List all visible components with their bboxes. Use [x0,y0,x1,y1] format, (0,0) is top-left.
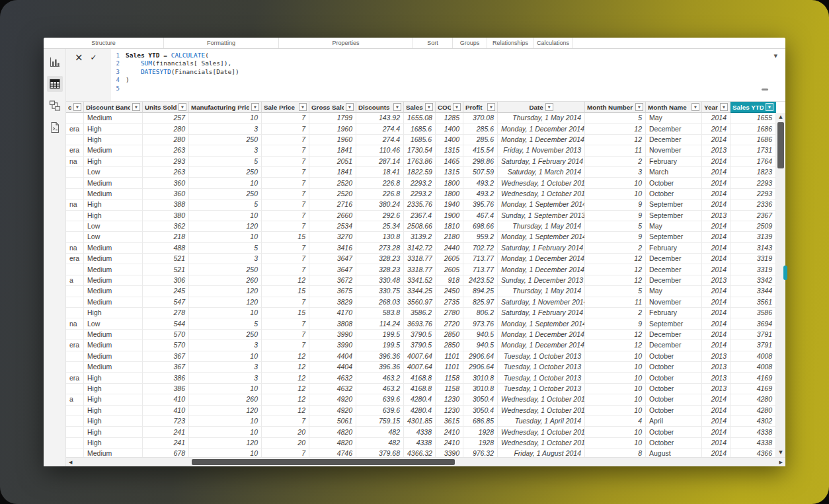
table-row[interactable]: naHigh293572051287.141763.861465298.86Sa… [66,157,776,167]
cancel-formula-icon[interactable]: × [75,53,83,62]
cell: 4280.4 [404,394,436,405]
table-row[interactable]: eraHigh280371960274.41685.61400285.6Mond… [66,124,776,134]
filter-dropdown-icon[interactable]: ▼ [635,103,643,111]
table-row[interactable]: Medium36710124404396.364007.6411012906.6… [66,351,776,362]
ribbon-group-formatting[interactable]: Formatting [164,38,279,48]
column-header-sale-price[interactable]: Sale Price▼ [262,102,309,113]
cell: 1731 [730,145,776,156]
table-row[interactable]: eraHigh3863124632463.24168.811583010.8Tu… [66,373,776,383]
code-line[interactable]: DATESYTD(Financials[Date]) [126,68,785,76]
table-row[interactable]: naMedium488573416273.283142.722440702.72… [66,243,776,254]
column-header-month-number[interactable]: Month Number▼ [585,102,646,113]
code-line[interactable]: Sales YTD = CALCULATE( [126,52,785,59]
horizontal-scrollbar-thumb[interactable] [192,459,455,465]
table-row[interactable]: Medium52125073647328.233318.772605713.77… [66,264,776,275]
table-row[interactable]: Medium36025072520226.82293.21800493.2Wed… [66,189,776,199]
filter-dropdown-icon[interactable]: ▼ [299,103,307,111]
column-header-profit[interactable]: Profit▼ [463,102,498,113]
ribbon-group-relationships[interactable]: Relationships [487,38,534,48]
column-header-sales[interactable]: Sales▼ [404,102,436,113]
table-row[interactable]: Medium6781074746379.684366.323390976.32F… [66,449,776,457]
cell: December [646,124,702,134]
table-row[interactable]: Low2632507184118.411822.591315507.59Satu… [66,167,776,178]
table-row[interactable]: aMedium306260123672330.483341.529182423.… [66,275,776,286]
commit-formula-icon[interactable]: ✓ [91,53,97,63]
ribbon-group-structure[interactable]: Structure [44,38,164,48]
filter-dropdown-icon[interactable]: ▼ [453,103,461,111]
table-row[interactable]: Medium3601072520226.82293.21800493.2Wedn… [66,178,776,188]
filter-dropdown-icon[interactable]: ▼ [487,103,495,111]
filter-dropdown-icon[interactable]: ▼ [251,103,259,111]
table-row[interactable]: Medium57025073990199.53790.52850940.5Mon… [66,330,776,340]
table-row[interactable]: Low21810153270130.83139.22180959.2Monday… [66,232,776,242]
table-row[interactable]: High24110204820482433824101928Wednesday,… [66,427,776,437]
column-header-ct[interactable]: ct▼ [66,102,84,113]
column-header-date[interactable]: Date▼ [498,102,585,113]
filter-dropdown-icon[interactable]: ▼ [393,103,401,111]
vertical-scrollbar-thumb[interactable] [777,122,784,168]
filter-dropdown-icon[interactable]: ▼ [766,103,773,111]
code-line[interactable]: SUM(financials[ Sales]), [126,59,785,67]
table-row[interactable]: eraMedium263371841110.461730.541315415.5… [66,145,776,156]
filter-dropdown-icon[interactable]: ▼ [545,103,553,111]
table-row[interactable]: Medium54712073829268.033560.972735825.97… [66,297,776,308]
cell: Thursday, 1 May 2014 [498,286,585,297]
formula-code-editor[interactable]: Sales YTD = CALCULATE( SUM(financials[ S… [122,49,785,101]
table-row[interactable]: High410120124920639.64280.412303050.4Wed… [66,406,776,416]
horizontal-scrollbar[interactable]: ◀ ▶ [66,457,785,466]
column-header-discounts[interactable]: Discounts▼ [356,102,404,113]
ribbon-group-groups[interactable]: Groups [453,38,487,48]
dax-query-view-button[interactable] [47,120,63,135]
table-row[interactable]: High241120204820482433824101928Wednesday… [66,438,776,449]
cell: 2014 [702,232,730,242]
table-row[interactable]: Low3621207253425.342508.661810698.66Thur… [66,221,776,232]
filter-dropdown-icon[interactable]: ▼ [691,103,699,111]
table-row[interactable]: eraMedium570373990199.53790.52850940.5Mo… [66,340,776,351]
filter-dropdown-icon[interactable]: ▼ [178,103,186,111]
report-view-button[interactable] [47,54,63,70]
filter-dropdown-icon[interactable]: ▼ [720,103,728,111]
cell: October [646,427,702,437]
cell: 2660 [309,211,356,221]
formula-resize-handle[interactable] [762,89,768,90]
table-row[interactable]: High7231075061759.154301.853615686.85Tue… [66,416,776,427]
column-header-discount-band[interactable]: Discount Band▼ [84,102,143,113]
ribbon-group-sort[interactable]: Sort [413,38,453,48]
scroll-right-icon[interactable]: ▶ [779,458,783,466]
table-row[interactable]: High38610124632463.24168.811583010.8Tues… [66,384,776,394]
model-view-button[interactable] [47,98,63,114]
data-view-button[interactable] [47,76,63,92]
table-row[interactable]: Medium245120153675330.753344.252450894.2… [66,286,776,297]
column-header-cogs[interactable]: COGS▼ [436,102,463,113]
filter-dropdown-icon[interactable]: ▼ [132,103,140,111]
column-header-month-name[interactable]: Month Name▼ [646,102,702,113]
filter-dropdown-icon[interactable]: ▼ [346,103,354,111]
code-line[interactable] [126,85,785,92]
vertical-scrollbar[interactable]: ▲ ▼ [776,113,785,457]
table-row[interactable]: naLow544573808114.243693.762720973.76Mon… [66,318,776,329]
table-row[interactable]: Medium3673124404396.364007.6411012906.64… [66,362,776,373]
table-row[interactable]: High27810154170583.83586.22780806.2Satur… [66,308,776,318]
scroll-left-icon[interactable]: ◀ [69,458,72,466]
table-row[interactable]: eraMedium521373647328.233318.772605713.7… [66,254,776,264]
scroll-down-icon[interactable]: ▼ [779,449,782,456]
column-header-sales-ytd[interactable]: Sales YTD▼ [730,102,776,113]
table-row[interactable]: High3801072660292.62367.41900467.4Sunday… [66,211,776,221]
cell: 10 [585,178,646,188]
table-row[interactable]: aHigh410260124920639.64280.412303050.4We… [66,394,776,405]
ribbon-group-calculations[interactable]: Calculations [534,38,572,48]
column-header-year[interactable]: Year▼ [702,102,730,113]
filter-dropdown-icon[interactable]: ▼ [425,103,433,111]
formula-expand-chevron-icon[interactable]: ▾ [773,52,777,60]
ribbon-group-properties[interactable]: Properties [279,38,413,48]
column-header-gross-sales[interactable]: Gross Sales▼ [309,102,356,113]
cell: High [84,427,143,437]
table-row[interactable]: High28025071960274.41685.61400285.6Monda… [66,135,776,145]
table-row[interactable]: Medium2571071799143.921655.081285370.08T… [66,113,776,124]
filter-dropdown-icon[interactable]: ▼ [73,103,81,111]
column-header-manufacturing-price[interactable]: Manufacturing Price▼ [189,102,262,113]
scroll-up-icon[interactable]: ▲ [779,113,782,121]
table-row[interactable]: naHigh388572716380.242335.761940395.76Mo… [66,199,776,210]
column-header-units-sold[interactable]: Units Sold▼ [143,102,189,113]
code-line[interactable]: ) [126,76,785,84]
